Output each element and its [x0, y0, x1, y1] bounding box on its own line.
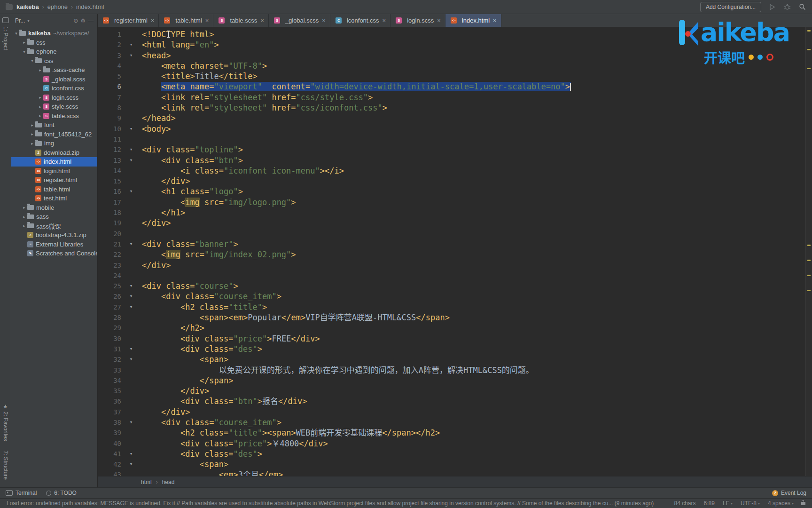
fold-arrow-icon[interactable]: ▾ [124, 155, 138, 166]
code-text[interactable]: <div class="price">￥4800</div> [138, 438, 805, 449]
todo-button[interactable]: 6: TODO [46, 490, 77, 496]
fold-arrow-icon[interactable]: ▾ [124, 239, 138, 249]
tree-toggle-icon[interactable]: ▸ [21, 214, 27, 219]
fold-arrow-icon[interactable]: ▾ [124, 417, 138, 428]
stripe-structure-label[interactable]: 7: Structure [2, 451, 9, 480]
fold-arrow-icon[interactable]: ▾ [124, 291, 138, 302]
close-icon[interactable]: × [205, 17, 209, 24]
tree-toggle-icon[interactable]: ▸ [37, 113, 43, 118]
fold-arrow-icon[interactable]: ▾ [124, 344, 138, 354]
status-utf-8[interactable]: UTF-8▾ [741, 500, 760, 507]
tree-item-_global.scss[interactable]: S_global.scss [11, 75, 97, 84]
editor-tab-_global.scss[interactable]: S_global.scss× [269, 14, 330, 27]
code-text[interactable]: <div class="course"> [138, 281, 805, 291]
tree-toggle-icon[interactable]: ▸ [37, 104, 43, 109]
code-text[interactable]: <meta charset="UTF-8"> [138, 61, 805, 71]
tree-toggle-icon[interactable]: ▸ [37, 68, 43, 72]
tree-item-Scratches-and-Console[interactable]: ✎Scratches and Console [11, 249, 97, 258]
breadcrumb-html[interactable]: html [141, 479, 152, 485]
fold-arrow-icon[interactable]: ▾ [124, 354, 138, 365]
close-icon[interactable]: × [151, 17, 155, 24]
tree-item-External-Libraries[interactable]: ≡External Libraries [11, 240, 97, 249]
code-text[interactable]: <span> [138, 354, 805, 365]
favorites-star-icon[interactable]: ★ [3, 404, 8, 410]
close-icon[interactable]: × [383, 17, 386, 24]
tree-item-font[interactable]: ▸font [11, 120, 97, 130]
add-configuration-button[interactable]: Add Configuration... [700, 2, 761, 12]
code-text[interactable]: <img src="img/logo.png"> [138, 197, 805, 207]
warning-stripe-mark[interactable] [807, 290, 811, 291]
search-everywhere-icon[interactable] [798, 3, 806, 11]
tree-item-ephone[interactable]: ▾ephone [11, 47, 97, 56]
tree-toggle-icon[interactable]: ▸ [21, 205, 27, 210]
code-text[interactable]: </div> [138, 386, 805, 396]
stripe-project-label[interactable]: 1: Project [2, 26, 9, 50]
editor-tab-register.html[interactable]: <>register.html× [98, 14, 159, 27]
fold-arrow-icon[interactable]: ▾ [124, 50, 138, 61]
tree-item-.sass-cache[interactable]: ▸.sass-cache [11, 65, 97, 75]
code-text[interactable]: 以免费公开课的形式，解决你在学习中遇到的问题，加入A阵营，解决HTML&CSS的… [138, 365, 805, 375]
tree-toggle-icon[interactable]: ▸ [21, 40, 27, 45]
code-text[interactable]: <head> [138, 50, 805, 61]
code-text[interactable]: <div class="des"> [138, 449, 805, 459]
lock-icon[interactable] [801, 502, 805, 505]
code-text[interactable]: <div class="course_item"> [138, 417, 805, 428]
code-text[interactable]: <em>3个月</em> [138, 469, 805, 476]
code-text[interactable]: <div class="btn"> [138, 155, 805, 166]
code-text[interactable]: <h2 class="title"> [138, 302, 805, 312]
close-icon[interactable]: × [260, 17, 264, 24]
code-text[interactable]: <div class="course_item"> [138, 291, 805, 302]
code-text[interactable]: <img src="img/index_02.png"> [138, 249, 805, 260]
code-text[interactable]: <h1 class="logo"> [138, 186, 805, 197]
fold-arrow-icon[interactable]: ▾ [124, 281, 138, 291]
code-text[interactable]: <body> [138, 124, 805, 134]
code-text[interactable]: <meta name="viewport" content="width=dev… [138, 81, 805, 92]
code-area[interactable]: 1<!DOCTYPE html>2▾<html lang="en">3▾<hea… [98, 27, 805, 476]
fold-arrow-icon[interactable]: ▾ [124, 302, 138, 312]
warning-stripe-mark[interactable] [807, 30, 811, 32]
editor-tab-table.scss[interactable]: Stable.scss× [213, 14, 268, 27]
editor[interactable]: 1<!DOCTYPE html>2▾<html lang="en">3▾<hea… [98, 27, 812, 476]
tree-toggle-icon[interactable]: ▸ [29, 123, 35, 127]
status-message[interactable]: Load error: undefined path variables: ME… [7, 500, 657, 507]
tree-toggle-icon[interactable]: ▸ [21, 223, 27, 228]
tree-item-iconfont.css[interactable]: Ciconfont.css [11, 84, 97, 93]
fold-arrow-icon[interactable]: ▾ [124, 449, 138, 459]
code-text[interactable]: <title>Title</title> [138, 71, 805, 81]
tree-item-login.scss[interactable]: ▸Slogin.scss [11, 93, 97, 103]
tree-item-table.html[interactable]: <>table.html [11, 185, 97, 194]
tree-toggle-icon[interactable]: ▾ [21, 49, 27, 54]
tree-item-test.html[interactable]: <>test.html [11, 194, 97, 203]
code-text[interactable]: <!DOCTYPE html> [138, 29, 805, 40]
code-text[interactable]: <span><em>Popular</em>VIP自学阵营A联盟-HTML&CS… [138, 312, 805, 323]
warning-stripe-mark[interactable] [807, 260, 811, 261]
fold-arrow-icon[interactable]: ▾ [124, 40, 138, 50]
fold-arrow-icon[interactable]: ▾ [124, 144, 138, 155]
code-text[interactable]: <div class="price">FREE</div> [138, 333, 805, 344]
warning-stripe-mark[interactable] [807, 49, 811, 50]
tree-item-img[interactable]: ▸img [11, 139, 97, 148]
fold-arrow-icon[interactable]: ▾ [124, 459, 138, 469]
debug-icon[interactable] [783, 3, 791, 11]
tree-item-kaikeba[interactable]: ▾kaikeba~/workspace/ [11, 29, 97, 38]
settings-gear-icon[interactable]: ⚙ [80, 17, 86, 24]
breadcrumb-head[interactable]: head [162, 479, 175, 485]
tree-item-font_1455412_62[interactable]: ▸font_1455412_62 [11, 130, 97, 139]
code-text[interactable]: <link rel="stylesheet" href="css/style.c… [138, 92, 805, 103]
terminal-button[interactable]: Terminal [6, 490, 37, 496]
status-6:89[interactable]: 6:89 [704, 500, 715, 507]
code-text[interactable]: <div class="btn">报名</div> [138, 396, 805, 406]
editor-tab-table.html[interactable]: <>table.html× [159, 14, 213, 27]
tree-item-register.html[interactable]: <>register.html [11, 175, 97, 185]
code-text[interactable]: <span> [138, 459, 805, 469]
code-text[interactable]: </h2> [138, 323, 805, 333]
code-text[interactable]: <i class="iconfont icon-menu"></i> [138, 166, 805, 176]
fold-arrow-icon[interactable]: ▾ [124, 186, 138, 197]
tree-item-css[interactable]: ▾css [11, 56, 97, 66]
code-text[interactable]: </div> [138, 260, 805, 270]
tree-toggle-icon[interactable]: ▾ [29, 58, 35, 63]
breadcrumb-item[interactable]: ephone [47, 3, 68, 10]
tree-item-sass[interactable]: ▸sass [11, 212, 97, 222]
code-text[interactable]: </div> [138, 407, 805, 417]
project-toolwindow-icon[interactable] [2, 17, 9, 23]
